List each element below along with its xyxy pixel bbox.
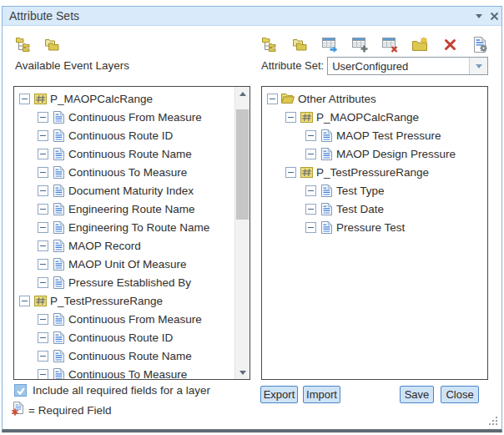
- attribute-set-dropdown[interactable]: UserConfigured: [327, 57, 488, 75]
- tree-item[interactable]: MAOP Unit Of Measure: [14, 255, 234, 273]
- table-add-button[interactable]: [351, 36, 368, 53]
- save-button[interactable]: Save: [400, 386, 434, 403]
- tree-item[interactable]: Engineering Route Name: [14, 200, 234, 218]
- tree-item[interactable]: Continuous Route ID: [14, 328, 234, 346]
- field-icon: [52, 221, 65, 234]
- collapse-minus-icon[interactable]: [305, 222, 316, 233]
- scroll-up-arrow-icon[interactable]: [235, 87, 249, 100]
- menu-caret-icon[interactable]: [471, 8, 486, 23]
- event-layer-icon: [300, 166, 313, 179]
- export-button[interactable]: Export: [260, 386, 298, 403]
- table-properties-button[interactable]: [471, 36, 488, 53]
- tree-item[interactable]: MAOP Record: [14, 236, 234, 255]
- field-icon: [52, 111, 65, 124]
- expand-all-button[interactable]: [15, 36, 32, 53]
- tree-item[interactable]: Document Maturity Index: [14, 181, 234, 200]
- tree-item[interactable]: Continuous To Measure: [14, 365, 234, 379]
- tree-item-label: P_MAOPCalcRange: [50, 93, 153, 105]
- tree-item[interactable]: Continuous Route Name: [14, 144, 234, 163]
- tree-item[interactable]: Engineering To Route Name: [14, 218, 234, 236]
- titlebar[interactable]: Attribute Sets: [3, 7, 501, 26]
- collapse-minus-icon[interactable]: [38, 167, 48, 178]
- tree-item[interactable]: P_MAOPCalcRange: [262, 108, 487, 126]
- dropdown-button[interactable]: [469, 58, 487, 74]
- attribute-set-label: Attribute Set:: [261, 59, 324, 72]
- field-icon: [320, 203, 333, 215]
- field-icon: [52, 331, 65, 344]
- tree-item[interactable]: Pressure Test: [262, 218, 487, 236]
- collapse-minus-icon[interactable]: [38, 149, 48, 159]
- delete-button[interactable]: [441, 36, 458, 53]
- tree-item[interactable]: P_TestPressureRange: [262, 163, 487, 181]
- collapse-minus-icon[interactable]: [38, 185, 48, 196]
- tree-item-label: MAOP Test Pressure: [336, 129, 441, 142]
- tree-item-label: P_MAOPCalcRange: [316, 111, 419, 124]
- collapse-all-button[interactable]: [291, 36, 308, 53]
- collapse-minus-icon[interactable]: [285, 167, 296, 178]
- tree-item[interactable]: Continuous From Measure: [14, 108, 234, 126]
- attribute-set-row: Attribute Set: UserConfigured: [261, 56, 488, 75]
- table-remove-button[interactable]: [381, 36, 398, 53]
- field-icon: [52, 258, 65, 271]
- required-field-icon: [12, 402, 24, 419]
- field-icon: [52, 166, 65, 179]
- include-required-fields-checkbox[interactable]: [14, 384, 27, 397]
- tree-item[interactable]: MAOP Design Pressure: [262, 144, 487, 163]
- collapse-minus-icon[interactable]: [305, 130, 316, 141]
- close-icon[interactable]: [486, 8, 501, 23]
- tree-item-label: Engineering Route Name: [68, 203, 195, 215]
- vertical-scrollbar[interactable]: [234, 87, 249, 379]
- tree-item[interactable]: MAOP Test Pressure: [262, 126, 487, 144]
- collapse-all-button[interactable]: [43, 36, 60, 53]
- import-button[interactable]: Import: [303, 386, 340, 403]
- expand-all-button[interactable]: [261, 36, 278, 53]
- resize-grip[interactable]: [489, 417, 499, 427]
- close-button[interactable]: Close: [441, 386, 479, 403]
- tree-item-label: Pressure Test: [336, 221, 405, 234]
- collapse-minus-icon[interactable]: [38, 332, 48, 343]
- table-export-button[interactable]: [321, 36, 338, 53]
- available-layers-tree-panel[interactable]: P_MAOPCalcRangeContinuous From MeasureCo…: [13, 86, 250, 380]
- collapse-minus-icon[interactable]: [38, 130, 48, 141]
- collapse-minus-icon[interactable]: [38, 351, 48, 362]
- tree-item[interactable]: Pressure Established By: [14, 273, 234, 291]
- collapse-minus-icon[interactable]: [38, 369, 48, 380]
- collapse-minus-icon[interactable]: [38, 259, 48, 270]
- tree-item-label: MAOP Record: [68, 240, 141, 252]
- collapse-minus-icon[interactable]: [38, 314, 48, 325]
- tree-item-label: Continuous Route ID: [68, 129, 173, 142]
- collapse-minus-icon[interactable]: [38, 240, 48, 251]
- collapse-minus-icon[interactable]: [38, 222, 48, 233]
- collapse-minus-icon[interactable]: [305, 204, 316, 215]
- tree-item[interactable]: Continuous Route Name: [14, 346, 234, 365]
- collapse-minus-icon[interactable]: [19, 94, 30, 104]
- tree-item-label: Continuous From Measure: [68, 313, 202, 326]
- field-icon: [52, 129, 65, 142]
- tree-item[interactable]: Other Attributes: [262, 89, 487, 108]
- tree-item[interactable]: Continuous From Measure: [14, 310, 234, 328]
- tree-item[interactable]: Continuous Route ID: [14, 126, 234, 144]
- collapse-minus-icon[interactable]: [305, 149, 316, 159]
- tree-item-label: Continuous To Measure: [68, 166, 187, 179]
- collapse-minus-icon[interactable]: [38, 112, 48, 123]
- tree-item[interactable]: Test Date: [262, 200, 487, 218]
- collapse-minus-icon[interactable]: [38, 204, 48, 215]
- event-layer-icon: [300, 111, 313, 124]
- tree-item[interactable]: Test Type: [262, 181, 487, 200]
- collapse-minus-icon[interactable]: [19, 296, 30, 306]
- scrollbar-thumb[interactable]: [236, 109, 249, 220]
- tree-item[interactable]: P_TestPressureRange: [14, 291, 234, 310]
- collapse-minus-icon[interactable]: [38, 277, 48, 288]
- tree-item-label: Continuous Route Name: [68, 148, 192, 160]
- collapse-minus-icon[interactable]: [305, 185, 316, 196]
- new-attribute-set-button[interactable]: [411, 36, 428, 53]
- tree-item[interactable]: P_MAOPCalcRange: [14, 89, 234, 108]
- tree-item[interactable]: Continuous To Measure: [14, 163, 234, 181]
- field-icon: [52, 185, 65, 197]
- tree-item-label: Continuous To Measure: [68, 368, 187, 380]
- collapse-minus-icon[interactable]: [267, 94, 278, 104]
- collapse-minus-icon[interactable]: [285, 112, 296, 123]
- attribute-set-tree-panel[interactable]: Other AttributesP_MAOPCalcRangeMAOP Test…: [261, 86, 488, 380]
- scroll-down-arrow-icon[interactable]: [235, 366, 249, 379]
- field-icon: [320, 185, 333, 197]
